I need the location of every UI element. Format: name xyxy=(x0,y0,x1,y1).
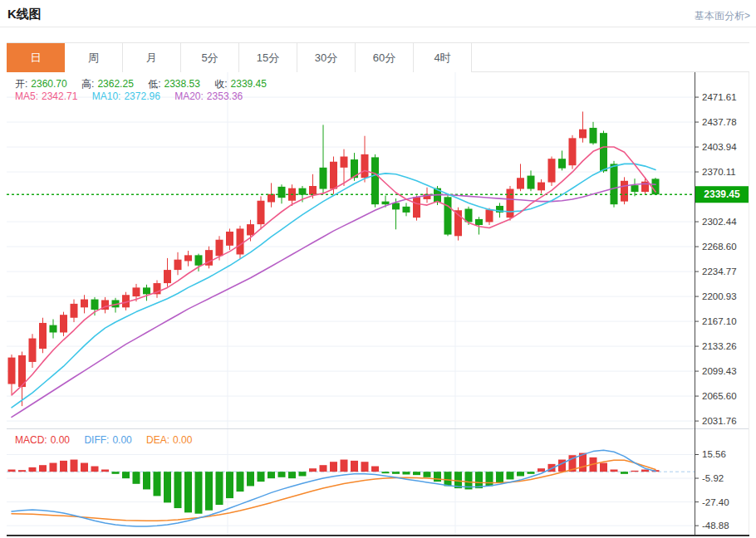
macd-bar xyxy=(641,470,649,472)
macd-bar xyxy=(475,472,483,488)
axis-label: 2200.93 xyxy=(702,291,737,301)
macd-bar xyxy=(351,461,358,472)
macd-bar xyxy=(50,463,57,472)
kline-chart-svg[interactable]: 2471.612437.782403.942370.112302.442268.… xyxy=(7,72,749,536)
macd-bar xyxy=(122,472,130,478)
macd-bar xyxy=(164,472,171,502)
axis-label: 2471.61 xyxy=(702,92,737,102)
macd-bar xyxy=(91,467,99,472)
macd-bar xyxy=(631,471,639,472)
axis-label: 15.56 xyxy=(702,449,726,459)
candle-body xyxy=(590,128,597,144)
macd-bar xyxy=(320,465,327,472)
tab-4hour[interactable]: 4时 xyxy=(414,43,472,72)
fundamental-analysis-link[interactable]: 基本面分析> xyxy=(695,9,750,23)
candle-body xyxy=(548,159,556,182)
candle-body xyxy=(631,185,639,192)
tab-month[interactable]: 月 xyxy=(123,43,181,72)
macd-bar xyxy=(424,472,431,477)
tab-5min[interactable]: 5分 xyxy=(181,43,239,72)
axis-label: 2133.26 xyxy=(702,341,737,351)
macd-bar xyxy=(621,472,628,474)
candle-body xyxy=(81,300,88,308)
tab-15min[interactable]: 15分 xyxy=(239,43,297,72)
candle-body xyxy=(299,188,307,195)
candle-body xyxy=(621,181,628,202)
axis-label: -5.92 xyxy=(702,473,724,483)
candle-body xyxy=(8,358,16,384)
kline-chart-area[interactable]: 2471.612437.782403.942370.112302.442268.… xyxy=(7,72,749,536)
candle-body xyxy=(195,255,203,265)
macd-bar xyxy=(611,470,618,472)
candle-body xyxy=(444,197,452,234)
macd-bar xyxy=(143,472,150,489)
macd-bar xyxy=(195,472,203,514)
macd-bar xyxy=(434,472,441,482)
macd-bar xyxy=(237,472,244,492)
axis-label: -48.88 xyxy=(702,521,729,531)
axis-label: 2370.11 xyxy=(702,167,736,177)
candle-body xyxy=(341,157,348,168)
macd-bar xyxy=(133,472,140,484)
current-price-tag-value: 2339.45 xyxy=(704,188,740,200)
macd-bar xyxy=(371,467,379,472)
tab-day[interactable]: 日 xyxy=(7,43,65,72)
macd-bar xyxy=(299,472,307,476)
candle-body xyxy=(268,194,275,203)
axis-label: 2302.44 xyxy=(702,217,737,227)
axis-label: 2437.78 xyxy=(702,117,737,127)
macd-bar xyxy=(81,463,88,472)
macd-bar xyxy=(60,461,67,472)
candle-body xyxy=(258,201,265,224)
header: K线图 基本面分析> xyxy=(0,0,756,27)
page-title: K线图 xyxy=(7,7,42,22)
macd-bar xyxy=(268,472,275,478)
candle-body xyxy=(371,157,379,204)
macd-bar xyxy=(600,463,607,472)
candle-body xyxy=(475,219,483,225)
macd-bar xyxy=(538,468,545,472)
period-tabbar: 日 周 月 5分 15分 30分 60分 4时 xyxy=(7,42,749,72)
axis-label: 2031.76 xyxy=(702,416,737,426)
axis-label: 2167.10 xyxy=(702,316,737,326)
axis-label: 2065.60 xyxy=(702,391,737,401)
macd-bar xyxy=(288,472,296,478)
candle-body xyxy=(237,228,244,254)
axis-label: 2268.60 xyxy=(702,242,737,252)
candle-body xyxy=(517,178,524,188)
macd-bar xyxy=(174,472,182,508)
macd-bar xyxy=(247,472,254,486)
macd-bar xyxy=(226,472,233,498)
macd-bar xyxy=(517,472,524,476)
macd-bar xyxy=(184,472,192,512)
candle-body xyxy=(174,260,182,270)
candle-body xyxy=(133,287,140,296)
macd-bar xyxy=(29,467,37,472)
macd-bar xyxy=(496,472,503,482)
macd-bar xyxy=(112,472,120,474)
candle-body xyxy=(528,176,535,189)
candle-body xyxy=(60,315,67,332)
tab-30min[interactable]: 30分 xyxy=(297,43,356,72)
candle-body xyxy=(382,202,390,205)
candle-body xyxy=(361,154,369,178)
candle-body xyxy=(309,186,317,195)
macd-bar xyxy=(71,460,78,472)
axis-label: 2403.94 xyxy=(702,142,737,152)
candle-body xyxy=(413,197,420,218)
macd-bar xyxy=(392,472,400,474)
candle-body xyxy=(486,209,493,222)
macd-bar xyxy=(413,472,420,475)
candle-body xyxy=(600,133,607,171)
macd-bar xyxy=(486,472,493,486)
macd-bar xyxy=(507,472,514,479)
macd-bar xyxy=(382,472,390,473)
macd-bar xyxy=(341,460,348,472)
candle-body xyxy=(143,287,150,294)
candle-body xyxy=(320,168,327,189)
candle-body xyxy=(538,183,545,191)
candle-body xyxy=(278,187,286,198)
macd-bar xyxy=(101,470,109,472)
tab-week[interactable]: 周 xyxy=(65,43,123,72)
tab-60min[interactable]: 60分 xyxy=(356,43,414,72)
